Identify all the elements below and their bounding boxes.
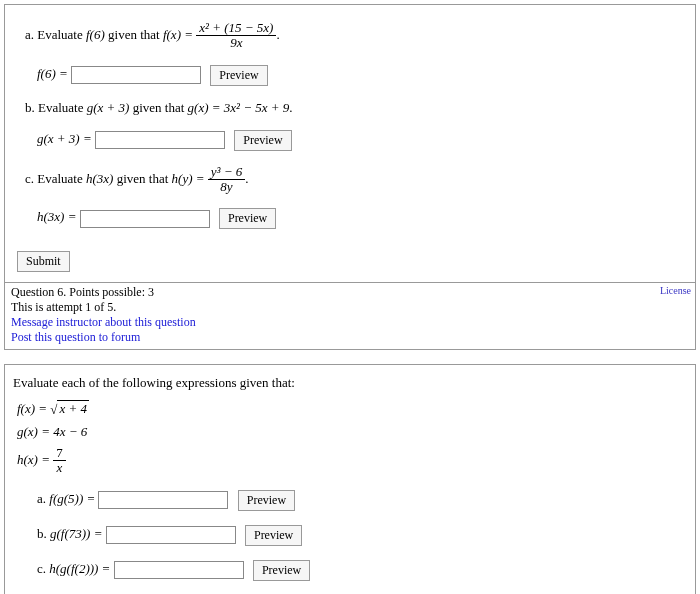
part-c-answer-input[interactable] xyxy=(80,210,210,228)
q2-c-input[interactable] xyxy=(114,561,244,579)
q2-f-lhs: f(x) = xyxy=(17,401,50,416)
part-c-eval: h(3x) xyxy=(86,170,113,185)
part-a-eval: f(6) xyxy=(86,27,105,42)
part-b-mid: given that xyxy=(129,100,187,115)
message-instructor-link[interactable]: Message instructor about this question xyxy=(11,315,689,330)
q2-a-label: a. xyxy=(37,491,49,506)
part-c-answer-row: h(3x) = Preview xyxy=(37,208,687,229)
q2-h-den: x xyxy=(53,461,66,475)
q1-submit-button[interactable]: Submit xyxy=(17,251,70,272)
q2-c-expr: h(g(f(2))) = xyxy=(49,561,113,576)
q2-h-lhs: h(x) = xyxy=(17,452,53,467)
part-b-prompt: b. Evaluate g(x + 3) given that g(x) = 3… xyxy=(25,100,687,116)
q2-b-preview-button[interactable]: Preview xyxy=(245,525,302,546)
part-a-lhs: f(x) = xyxy=(163,27,196,42)
q2-b-expr: g(f(73)) = xyxy=(50,526,106,541)
part-c-answer-label: h(3x) = xyxy=(37,210,80,225)
part-b-answer-input[interactable] xyxy=(95,131,225,149)
q2-b-row: b. g(f(73)) = Preview xyxy=(37,525,687,546)
q2-a-preview-button[interactable]: Preview xyxy=(238,490,295,511)
part-a-answer-input[interactable] xyxy=(71,66,201,84)
question-1-block: a. Evaluate f(6) given that f(x) = x² + … xyxy=(4,4,696,283)
part-a-pre: a. Evaluate xyxy=(25,27,86,42)
q2-f-radicand: x + 4 xyxy=(57,400,89,416)
part-a-answer-label: f(6) = xyxy=(37,66,71,81)
q2-c-label: c. xyxy=(37,561,49,576)
q2-b-input[interactable] xyxy=(106,526,236,544)
part-a-answer-row: f(6) = Preview xyxy=(37,65,687,86)
part-c-den: 8y xyxy=(208,180,245,194)
meta-attempt: This is attempt 1 of 5. xyxy=(11,300,689,315)
part-a-fraction: x² + (15 − 5x)9x xyxy=(196,21,276,51)
part-c-mid: given that xyxy=(113,170,171,185)
q2-h-def: h(x) = 7x xyxy=(17,446,687,476)
q2-a-row: a. f(g(5)) = Preview xyxy=(37,490,687,511)
part-c-prompt: c. Evaluate h(3x) given that h(y) = y³ −… xyxy=(25,165,687,195)
part-b-preview-button[interactable]: Preview xyxy=(234,130,291,151)
part-a-mid: given that xyxy=(105,27,163,42)
q2-h-num: 7 xyxy=(53,446,66,461)
part-c-lhs: h(y) = xyxy=(172,170,208,185)
post-forum-link[interactable]: Post this question to forum xyxy=(11,330,689,345)
q2-b-label: b. xyxy=(37,526,50,541)
part-a-preview-button[interactable]: Preview xyxy=(210,65,267,86)
q2-c-row: c. h(g(f(2))) = Preview xyxy=(37,560,687,581)
part-b-eval: g(x + 3) xyxy=(87,100,130,115)
part-b-answer-label: g(x + 3) = xyxy=(37,131,95,146)
part-c-num: y³ − 6 xyxy=(208,165,245,180)
q2-g-def: g(x) = 4x − 6 xyxy=(17,424,687,440)
part-b-period: . xyxy=(289,100,292,115)
q2-intro: Evaluate each of the following expressio… xyxy=(13,375,687,391)
q2-c-preview-button[interactable]: Preview xyxy=(253,560,310,581)
license-link[interactable]: License xyxy=(660,285,691,296)
q2-f-def: f(x) = √x + 4 xyxy=(17,401,687,418)
part-c-preview-button[interactable]: Preview xyxy=(219,208,276,229)
q2-a-expr: f(g(5)) = xyxy=(49,491,98,506)
part-b-pre: b. Evaluate xyxy=(25,100,87,115)
part-a-num: x² + (15 − 5x) xyxy=(196,21,276,36)
part-a-den: 9x xyxy=(196,36,276,50)
part-c-pre: c. Evaluate xyxy=(25,170,86,185)
part-a-period: . xyxy=(276,27,279,42)
q2-h-fraction: 7x xyxy=(53,446,66,476)
question-meta-block: License Question 6. Points possible: 3 T… xyxy=(4,283,696,350)
question-2-block: Evaluate each of the following expressio… xyxy=(4,364,696,594)
part-b-func: g(x) = 3x² − 5x + 9 xyxy=(188,100,290,115)
q2-a-input[interactable] xyxy=(98,491,228,509)
part-c-period: . xyxy=(245,170,248,185)
part-b-answer-row: g(x + 3) = Preview xyxy=(37,130,687,151)
part-c-fraction: y³ − 68y xyxy=(208,165,245,195)
part-a-prompt: a. Evaluate f(6) given that f(x) = x² + … xyxy=(25,21,687,51)
meta-points: Question 6. Points possible: 3 xyxy=(11,285,689,300)
